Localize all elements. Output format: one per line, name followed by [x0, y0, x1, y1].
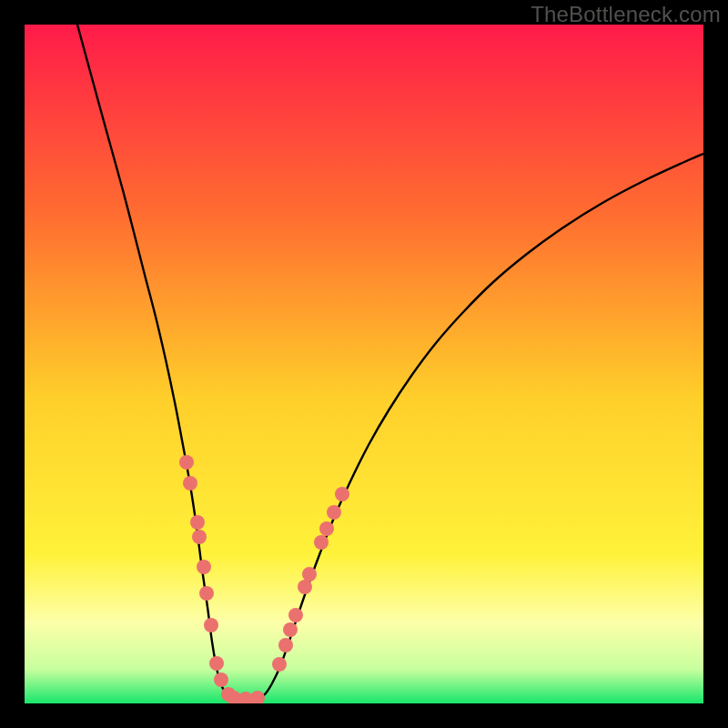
right-dot	[298, 580, 312, 594]
left-dot	[183, 476, 197, 490]
plot-area	[25, 25, 703, 703]
data-dots	[179, 455, 349, 703]
right-dot	[335, 487, 349, 501]
curve-layer	[25, 25, 703, 703]
left-dot	[190, 515, 205, 530]
left-dot	[199, 586, 214, 601]
watermark-text: TheBottleneck.com	[531, 2, 721, 27]
right-dot	[288, 608, 303, 622]
left-dot	[214, 672, 228, 687]
right-dot	[272, 657, 287, 672]
left-dot	[192, 530, 207, 544]
right-dot	[278, 638, 293, 652]
v-curve	[77, 25, 703, 699]
valley-dot	[250, 691, 265, 703]
chart-stage: TheBottleneck.com	[0, 0, 728, 728]
right-dot	[319, 521, 334, 536]
left-dot	[204, 618, 218, 632]
right-dot	[283, 622, 298, 637]
left-dot	[179, 455, 194, 470]
right-dot	[314, 535, 329, 550]
left-dot	[197, 560, 211, 574]
curve-right-branch	[258, 154, 703, 699]
right-dot	[327, 505, 341, 520]
left-dot	[209, 656, 224, 671]
right-dot	[302, 567, 317, 581]
